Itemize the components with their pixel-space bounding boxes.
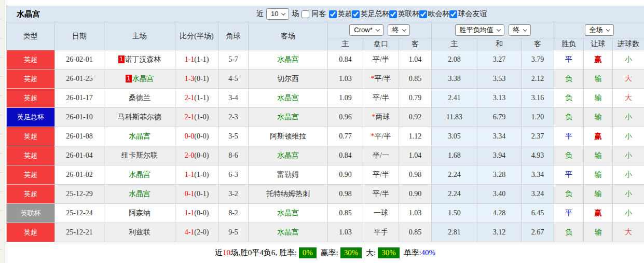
match-type-badge: 英超: [7, 127, 55, 146]
away-odds-cell: 1.03: [399, 204, 432, 223]
handicap-result-cell: 赢: [584, 204, 613, 223]
filter-checkbox[interactable]: [389, 10, 397, 18]
filter-checkbox-item[interactable]: 同客: [302, 9, 326, 19]
away-team-name: 富勒姆: [277, 171, 299, 178]
filter-checkbox[interactable]: [352, 10, 360, 18]
matches-label: 场: [292, 9, 299, 19]
sub-col-goals: 进球数: [613, 38, 644, 50]
match-type-badge: 英超: [7, 50, 55, 70]
result-cell: 平: [554, 50, 584, 70]
result-cell: 平: [554, 127, 584, 146]
avg-home-odds-cell: 3.38: [432, 70, 477, 89]
col-header-home: 主场: [104, 22, 175, 50]
avg-home-odds-cell: 2.81: [432, 223, 477, 242]
avg-away-odds-cell: 1.20: [522, 108, 554, 127]
table-row: 英超25-12-29水晶宫0-1(0-1)3-2托特纳姆热刺0.98平/半0.9…: [7, 185, 644, 204]
summary-segment: 大:: [364, 248, 376, 257]
avg-away-odds-cell: 2.37: [522, 127, 554, 146]
table-header: 类型 日期 主场 比分(半场) 角球 客场 Crow* 终: [7, 22, 644, 50]
match-history-table: 类型 日期 主场 比分(半场) 角球 客场 Crow* 终: [6, 22, 644, 242]
match-type-badge: 英超: [7, 165, 55, 185]
half-time-score: (0-0): [194, 132, 209, 140]
handicap-result-cell: 输: [584, 146, 613, 165]
match-date: 26-01-08: [55, 127, 104, 146]
handicap-cell: 平手: [363, 223, 399, 242]
bookmaker-period-value: 终: [392, 25, 399, 35]
filter-checkbox[interactable]: [302, 10, 309, 18]
summary-segment: 0%: [299, 247, 317, 258]
table-row: 英超25-12-21利兹联4-1(2-0)9-5水晶宫1.03平手0.852.8…: [7, 223, 644, 242]
filter-checkbox-item[interactable]: 球会友谊: [449, 9, 487, 19]
away-team-name: 水晶宫: [277, 151, 299, 159]
corners-cell: 8-2: [218, 204, 249, 223]
bookmaker-select-value: Crow*: [354, 26, 372, 34]
away-team-name: 水晶宫: [277, 94, 299, 102]
goals-result-cell: 小: [613, 185, 644, 204]
table-row: 英超26-01-17桑德兰2-1(1-1)3-4水晶宫1.09平/半0.792.…: [7, 89, 644, 108]
col-header-type: 类型: [7, 22, 55, 50]
filter-checkbox[interactable]: [419, 10, 427, 18]
handicap-cell: 平/半: [363, 89, 399, 108]
chevron-down-icon: [523, 27, 527, 31]
away-odds-cell: 0.92: [399, 108, 432, 127]
avg-draw-odds-cell: 3.40: [477, 185, 522, 204]
home-team-name: 水晶宫: [129, 190, 150, 198]
home-odds-cell: 0.85: [328, 204, 363, 223]
filter-checkbox-item[interactable]: 英联杯: [389, 9, 419, 19]
bookmaker-select[interactable]: Crow*: [349, 24, 383, 36]
away-team-cell: 水晶宫: [249, 108, 328, 127]
away-team-name: 阿斯顿维拉: [270, 132, 306, 140]
result-cell: 负: [554, 70, 584, 89]
sub-col-result: 胜负: [554, 38, 584, 50]
filter-checkbox[interactable]: [449, 10, 457, 18]
card-count-badge: 1: [126, 75, 132, 82]
summary-segment: 10: [223, 248, 230, 257]
filter-checkbox[interactable]: [329, 10, 337, 18]
home-team-cell: 水晶宫: [104, 165, 175, 185]
corners-cell: 3-4: [218, 89, 249, 108]
full-time-score: 1-1: [185, 209, 195, 217]
match-type-badge: 英超: [7, 146, 55, 165]
full-time-score: 0-1: [185, 190, 195, 198]
home-team-name: 阿森纳: [129, 209, 150, 217]
filter-checkbox-item[interactable]: 英超: [329, 9, 352, 19]
full-time-score: 2-0: [185, 151, 195, 159]
handicap-name: 两球: [376, 113, 390, 121]
card-count-badge: 1: [118, 56, 125, 63]
bookmaker-header: Crow* 终: [328, 22, 432, 38]
filter-bar: 近 10 场 同客英超英足总杯英联杯欧会杯球会友谊: [256, 6, 487, 22]
result-cell: 负: [554, 108, 584, 127]
avg-away-odds-cell: 3.79: [522, 50, 554, 70]
avg-home-odds-cell: 2.24: [432, 185, 477, 204]
stats-panel: 水晶宫 近 10 场 同客英超英足总杯英联杯欧会杯球会友谊 类型 日期 主场 比…: [6, 0, 644, 258]
home-team-name: 纽卡斯尔联: [121, 151, 158, 159]
avg-home-odds-cell: 2.24: [432, 165, 477, 185]
avg-home-odds-cell: 2.08: [432, 50, 477, 70]
full-time-score: 1-1: [185, 56, 195, 63]
avg-odds-select-value: 胜平负均值: [460, 25, 494, 35]
away-team-name: 水晶宫: [277, 113, 299, 121]
goals-result-cell: 大: [613, 89, 644, 108]
avg-odds-select[interactable]: 胜平负均值: [455, 24, 504, 36]
match-type-badge: 英超: [7, 70, 55, 89]
sub-col-odds-home: 主: [328, 38, 363, 50]
full-time-score: 1-3: [185, 75, 195, 82]
filter-checkbox-item[interactable]: 欧会杯: [419, 9, 449, 19]
away-odds-cell: 0.90: [399, 185, 432, 204]
result-cell: 平: [554, 165, 584, 185]
home-team-cell: 纽卡斯尔联: [104, 146, 175, 165]
home-odds-cell: 0.84: [328, 50, 363, 70]
away-odds-cell: 0.85: [399, 223, 432, 242]
avg-period-select[interactable]: 终: [509, 24, 531, 36]
avg-away-odds-cell: 2.67: [522, 223, 554, 242]
sub-col-handicap: 盘口: [363, 38, 399, 50]
home-odds-cell: 0.98: [328, 185, 363, 204]
half-time-score: (0-1): [194, 75, 209, 82]
match-date: 25-12-24: [55, 204, 104, 223]
bookmaker-period-select[interactable]: 终: [388, 24, 410, 36]
half-time-score: (1-0): [194, 171, 209, 178]
filter-checkbox-item[interactable]: 英足总杯: [352, 9, 389, 19]
scope-select[interactable]: 全场: [585, 24, 614, 36]
summary-segment: 40%: [421, 248, 436, 257]
recent-count-select[interactable]: 10: [266, 8, 289, 20]
